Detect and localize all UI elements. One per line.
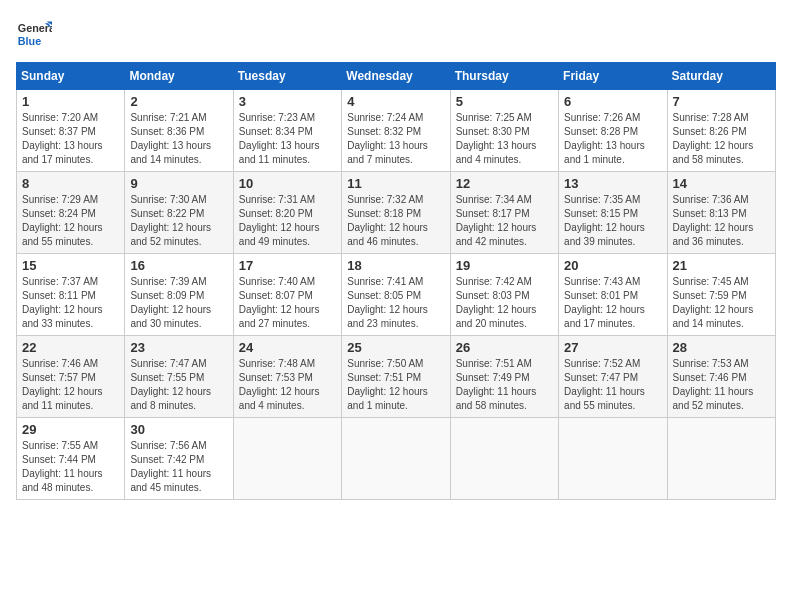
day-number: 21 — [673, 258, 770, 273]
day-info: Sunrise: 7:50 AMSunset: 7:51 PMDaylight:… — [347, 357, 444, 413]
day-number: 26 — [456, 340, 553, 355]
col-thursday: Thursday — [450, 63, 558, 90]
day-number: 6 — [564, 94, 661, 109]
table-row — [667, 418, 775, 500]
table-row: 21Sunrise: 7:45 AMSunset: 7:59 PMDayligh… — [667, 254, 775, 336]
table-row — [233, 418, 341, 500]
table-row: 24Sunrise: 7:48 AMSunset: 7:53 PMDayligh… — [233, 336, 341, 418]
day-info: Sunrise: 7:41 AMSunset: 8:05 PMDaylight:… — [347, 275, 444, 331]
day-info: Sunrise: 7:55 AMSunset: 7:44 PMDaylight:… — [22, 439, 119, 495]
day-number: 15 — [22, 258, 119, 273]
day-info: Sunrise: 7:35 AMSunset: 8:15 PMDaylight:… — [564, 193, 661, 249]
day-number: 25 — [347, 340, 444, 355]
table-row: 6Sunrise: 7:26 AMSunset: 8:28 PMDaylight… — [559, 90, 667, 172]
table-row: 1Sunrise: 7:20 AMSunset: 8:37 PMDaylight… — [17, 90, 125, 172]
table-row — [450, 418, 558, 500]
day-number: 11 — [347, 176, 444, 191]
calendar-table: Sunday Monday Tuesday Wednesday Thursday… — [16, 62, 776, 500]
day-number: 9 — [130, 176, 227, 191]
day-info: Sunrise: 7:32 AMSunset: 8:18 PMDaylight:… — [347, 193, 444, 249]
day-number: 29 — [22, 422, 119, 437]
day-number: 27 — [564, 340, 661, 355]
table-row — [559, 418, 667, 500]
table-row: 26Sunrise: 7:51 AMSunset: 7:49 PMDayligh… — [450, 336, 558, 418]
day-number: 28 — [673, 340, 770, 355]
day-number: 30 — [130, 422, 227, 437]
day-number: 22 — [22, 340, 119, 355]
day-info: Sunrise: 7:45 AMSunset: 7:59 PMDaylight:… — [673, 275, 770, 331]
col-sunday: Sunday — [17, 63, 125, 90]
day-info: Sunrise: 7:20 AMSunset: 8:37 PMDaylight:… — [22, 111, 119, 167]
day-info: Sunrise: 7:52 AMSunset: 7:47 PMDaylight:… — [564, 357, 661, 413]
table-row: 17Sunrise: 7:40 AMSunset: 8:07 PMDayligh… — [233, 254, 341, 336]
day-number: 10 — [239, 176, 336, 191]
table-row: 29Sunrise: 7:55 AMSunset: 7:44 PMDayligh… — [17, 418, 125, 500]
table-row: 16Sunrise: 7:39 AMSunset: 8:09 PMDayligh… — [125, 254, 233, 336]
day-number: 17 — [239, 258, 336, 273]
day-number: 2 — [130, 94, 227, 109]
table-row: 22Sunrise: 7:46 AMSunset: 7:57 PMDayligh… — [17, 336, 125, 418]
day-number: 5 — [456, 94, 553, 109]
table-row: 15Sunrise: 7:37 AMSunset: 8:11 PMDayligh… — [17, 254, 125, 336]
svg-text:Blue: Blue — [18, 35, 41, 47]
day-number: 23 — [130, 340, 227, 355]
table-row: 25Sunrise: 7:50 AMSunset: 7:51 PMDayligh… — [342, 336, 450, 418]
day-number: 16 — [130, 258, 227, 273]
table-row: 19Sunrise: 7:42 AMSunset: 8:03 PMDayligh… — [450, 254, 558, 336]
logo: General Blue — [16, 16, 52, 52]
day-info: Sunrise: 7:51 AMSunset: 7:49 PMDaylight:… — [456, 357, 553, 413]
day-number: 8 — [22, 176, 119, 191]
col-monday: Monday — [125, 63, 233, 90]
table-row: 23Sunrise: 7:47 AMSunset: 7:55 PMDayligh… — [125, 336, 233, 418]
day-number: 24 — [239, 340, 336, 355]
table-row: 2Sunrise: 7:21 AMSunset: 8:36 PMDaylight… — [125, 90, 233, 172]
day-info: Sunrise: 7:28 AMSunset: 8:26 PMDaylight:… — [673, 111, 770, 167]
day-number: 4 — [347, 94, 444, 109]
day-number: 14 — [673, 176, 770, 191]
day-info: Sunrise: 7:21 AMSunset: 8:36 PMDaylight:… — [130, 111, 227, 167]
day-info: Sunrise: 7:48 AMSunset: 7:53 PMDaylight:… — [239, 357, 336, 413]
table-row: 11Sunrise: 7:32 AMSunset: 8:18 PMDayligh… — [342, 172, 450, 254]
table-row: 18Sunrise: 7:41 AMSunset: 8:05 PMDayligh… — [342, 254, 450, 336]
day-info: Sunrise: 7:43 AMSunset: 8:01 PMDaylight:… — [564, 275, 661, 331]
day-info: Sunrise: 7:37 AMSunset: 8:11 PMDaylight:… — [22, 275, 119, 331]
day-info: Sunrise: 7:39 AMSunset: 8:09 PMDaylight:… — [130, 275, 227, 331]
col-saturday: Saturday — [667, 63, 775, 90]
logo-icon: General Blue — [16, 16, 52, 52]
day-number: 20 — [564, 258, 661, 273]
day-info: Sunrise: 7:29 AMSunset: 8:24 PMDaylight:… — [22, 193, 119, 249]
day-number: 7 — [673, 94, 770, 109]
day-info: Sunrise: 7:40 AMSunset: 8:07 PMDaylight:… — [239, 275, 336, 331]
table-row — [342, 418, 450, 500]
table-row: 4Sunrise: 7:24 AMSunset: 8:32 PMDaylight… — [342, 90, 450, 172]
day-info: Sunrise: 7:56 AMSunset: 7:42 PMDaylight:… — [130, 439, 227, 495]
col-friday: Friday — [559, 63, 667, 90]
table-row: 3Sunrise: 7:23 AMSunset: 8:34 PMDaylight… — [233, 90, 341, 172]
table-row: 30Sunrise: 7:56 AMSunset: 7:42 PMDayligh… — [125, 418, 233, 500]
day-number: 3 — [239, 94, 336, 109]
day-info: Sunrise: 7:25 AMSunset: 8:30 PMDaylight:… — [456, 111, 553, 167]
day-number: 1 — [22, 94, 119, 109]
day-info: Sunrise: 7:36 AMSunset: 8:13 PMDaylight:… — [673, 193, 770, 249]
day-number: 13 — [564, 176, 661, 191]
day-info: Sunrise: 7:46 AMSunset: 7:57 PMDaylight:… — [22, 357, 119, 413]
day-info: Sunrise: 7:26 AMSunset: 8:28 PMDaylight:… — [564, 111, 661, 167]
col-tuesday: Tuesday — [233, 63, 341, 90]
table-row: 28Sunrise: 7:53 AMSunset: 7:46 PMDayligh… — [667, 336, 775, 418]
day-info: Sunrise: 7:24 AMSunset: 8:32 PMDaylight:… — [347, 111, 444, 167]
day-info: Sunrise: 7:42 AMSunset: 8:03 PMDaylight:… — [456, 275, 553, 331]
table-row: 12Sunrise: 7:34 AMSunset: 8:17 PMDayligh… — [450, 172, 558, 254]
day-info: Sunrise: 7:47 AMSunset: 7:55 PMDaylight:… — [130, 357, 227, 413]
day-number: 12 — [456, 176, 553, 191]
day-number: 18 — [347, 258, 444, 273]
table-row: 14Sunrise: 7:36 AMSunset: 8:13 PMDayligh… — [667, 172, 775, 254]
table-row: 27Sunrise: 7:52 AMSunset: 7:47 PMDayligh… — [559, 336, 667, 418]
table-row: 7Sunrise: 7:28 AMSunset: 8:26 PMDaylight… — [667, 90, 775, 172]
table-row: 5Sunrise: 7:25 AMSunset: 8:30 PMDaylight… — [450, 90, 558, 172]
day-info: Sunrise: 7:30 AMSunset: 8:22 PMDaylight:… — [130, 193, 227, 249]
table-row: 20Sunrise: 7:43 AMSunset: 8:01 PMDayligh… — [559, 254, 667, 336]
table-row: 10Sunrise: 7:31 AMSunset: 8:20 PMDayligh… — [233, 172, 341, 254]
col-wednesday: Wednesday — [342, 63, 450, 90]
day-info: Sunrise: 7:34 AMSunset: 8:17 PMDaylight:… — [456, 193, 553, 249]
table-row: 13Sunrise: 7:35 AMSunset: 8:15 PMDayligh… — [559, 172, 667, 254]
